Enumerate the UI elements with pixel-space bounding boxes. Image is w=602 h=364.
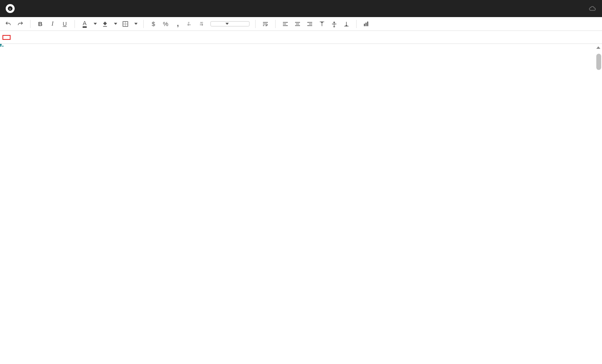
decrease-decimal-button[interactable]: .0 [186,20,194,28]
svg-text:.0: .0 [187,21,190,24]
redo-button[interactable] [16,20,24,28]
align-bottom-button[interactable] [342,20,350,28]
svg-rect-8 [366,22,367,26]
italic-button[interactable]: I [48,20,57,28]
insert-chart-button[interactable] [362,20,370,28]
toolbar-separator [356,20,357,28]
bold-button[interactable]: B [36,20,44,28]
currency-button[interactable]: $ [149,20,158,28]
toolbar-separator [143,20,144,28]
spill-handle-icon[interactable] [0,46,4,47]
formula-input[interactable] [2,35,11,40]
toolbar: B I U A $ % , .0 .00 [0,17,602,31]
svg-rect-7 [364,24,365,26]
chevron-down-icon[interactable] [134,23,138,25]
increase-decimal-button[interactable]: .00 [198,20,206,28]
toolbar-separator [275,20,276,28]
align-left-button[interactable] [281,20,289,28]
toolbar-separator [255,20,256,28]
cloud-sync-icon[interactable] [589,5,596,12]
align-center-button[interactable] [293,20,302,28]
fill-color-button[interactable] [101,20,109,28]
logo-icon [7,6,13,11]
menubar-right [585,5,596,12]
chevron-down-icon[interactable] [94,23,97,25]
align-middle-button[interactable] [330,20,338,28]
toolbar-separator [30,20,31,28]
text-color-button[interactable]: A [81,20,89,28]
svg-rect-9 [367,22,368,26]
toolbar-separator [74,20,75,28]
wrap-text-button[interactable] [261,20,269,28]
chevron-down-icon[interactable] [114,23,117,25]
formula-bar[interactable] [0,31,602,44]
percent-button[interactable]: % [162,20,170,28]
underline-button[interactable]: U [61,20,69,28]
svg-text:.00: .00 [199,21,203,24]
menubar [0,0,602,17]
number-format-select[interactable] [210,21,250,26]
align-top-button[interactable] [318,20,326,28]
scrollbar-vertical[interactable] [596,54,601,70]
align-right-button[interactable] [306,20,314,28]
scroll-arrow-up-icon[interactable] [596,46,600,49]
chevron-down-icon [225,23,229,25]
undo-button[interactable] [4,20,12,28]
spill-range-outline [0,44,2,46]
app-logo[interactable] [6,4,15,13]
sheet-area[interactable] [0,44,602,364]
comma-button[interactable]: , [174,20,182,28]
borders-button[interactable] [121,20,129,28]
